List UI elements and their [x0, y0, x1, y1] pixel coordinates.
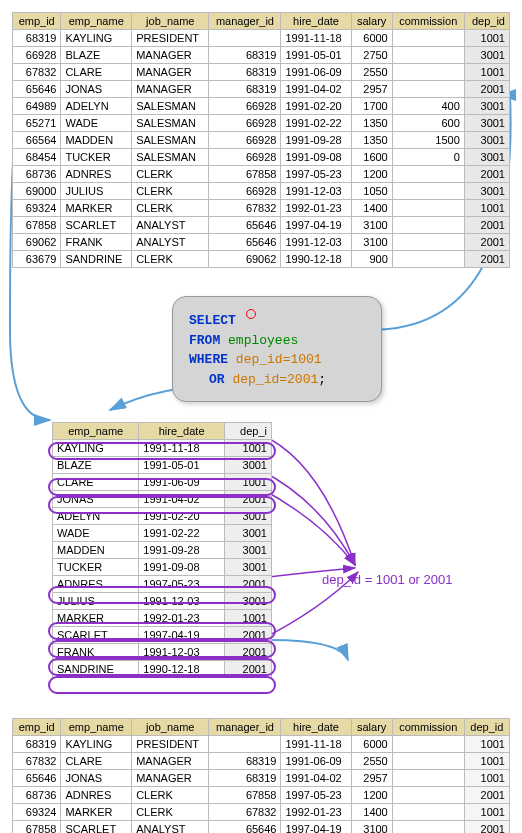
source-table: emp_idemp_namejob_namemanager_idhire_dat… — [12, 12, 510, 268]
table-row: SANDRINE1990-12-182001 — [53, 661, 272, 678]
col-commission: commission — [392, 719, 464, 736]
table-row: KAYLING1991-11-181001 — [53, 440, 272, 457]
table-row: 69324MARKERCLERK678321992-01-2314001001 — [13, 200, 510, 217]
table-row: 68319KAYLINGPRESIDENT1991-11-1860001001 — [13, 30, 510, 47]
col-manager_id: manager_id — [209, 719, 281, 736]
table-row: 67832CLAREMANAGER683191991-06-0925501001 — [13, 753, 510, 770]
table-row: 67858SCARLETANALYST656461997-04-19310020… — [13, 821, 510, 833]
table-row: 64989ADELYNSALESMAN669281991-02-20170040… — [13, 98, 510, 115]
sql-or: OR — [209, 372, 225, 387]
table-row: MADDEN1991-09-283001 — [53, 542, 272, 559]
table-row: ADELYN1991-02-203001 — [53, 508, 272, 525]
col-dep_i: dep_i — [224, 423, 271, 440]
col-dep_id: dep_id — [464, 13, 509, 30]
table-row: SCARLET1997-04-192001 — [53, 627, 272, 644]
table-row: 69000JULIUSCLERK669281991-12-0310503001 — [13, 183, 510, 200]
sql-from: FROM — [189, 333, 220, 348]
col-manager_id: manager_id — [209, 13, 281, 30]
table-row: CLARE1991-06-091001 — [53, 474, 272, 491]
sql-where: WHERE — [189, 352, 228, 367]
col-job_name: job_name — [132, 719, 209, 736]
table-row: 67832CLAREMANAGER683191991-06-0925501001 — [13, 64, 510, 81]
table-row: 63679SANDRINECLERK690621990-12-189002001 — [13, 251, 510, 268]
table-row: TUCKER1991-09-083001 — [53, 559, 272, 576]
table-row: JONAS1991-04-022001 — [53, 491, 272, 508]
sql-cond1: dep_id=1001 — [236, 352, 322, 367]
table-row: 66928BLAZEMANAGER683191991-05-0127503001 — [13, 47, 510, 64]
sql-table: employees — [228, 333, 298, 348]
col-job_name: job_name — [132, 13, 209, 30]
table-row: BLAZE1991-05-013001 — [53, 457, 272, 474]
col-emp_name: emp_name — [61, 13, 132, 30]
table-row: 68736ADNRESCLERK678581997-05-2312002001 — [13, 166, 510, 183]
table-row: MARKER1992-01-231001 — [53, 610, 272, 627]
table-row: 65646JONASMANAGER683191991-04-0229571001 — [13, 770, 510, 787]
table-row: 68319KAYLINGPRESIDENT1991-11-1860001001 — [13, 736, 510, 753]
sql-select: SELECT — [189, 313, 236, 328]
col-hire_date: hire_date — [281, 719, 351, 736]
table-row: 69062FRANKANALYST656461991-12-0331002001 — [13, 234, 510, 251]
table-row: WADE1991-02-223001 — [53, 525, 272, 542]
col-emp_name: emp_name — [53, 423, 139, 440]
sql-query-box: SELECT FROM employees WHERE dep_id=1001 … — [172, 296, 382, 402]
col-hire_date: hire_date — [281, 13, 351, 30]
col-emp_id: emp_id — [13, 719, 61, 736]
col-hire_date: hire_date — [139, 423, 225, 440]
table-row: FRANK1991-12-032001 — [53, 644, 272, 661]
col-commission: commission — [392, 13, 464, 30]
col-emp_id: emp_id — [13, 13, 61, 30]
col-dep_id: dep_id — [464, 719, 509, 736]
highlight-circle — [48, 676, 276, 694]
table-row: 68454TUCKERSALESMAN669281991-09-08160003… — [13, 149, 510, 166]
filtered-preview-wrap: emp_namehire_datedep_i KAYLING1991-11-18… — [12, 422, 510, 678]
filter-annotation: dep_id = 1001 or 2001 — [322, 572, 452, 587]
col-salary: salary — [351, 719, 392, 736]
table-row: 68736ADNRESCLERK678581997-05-2312002001 — [13, 787, 510, 804]
sql-semi: ; — [318, 372, 326, 387]
table-row: JULIUS1991-12-033001 — [53, 593, 272, 610]
result-table: emp_idemp_namejob_namemanager_idhire_dat… — [12, 718, 510, 833]
table-row: 65646JONASMANAGER683191991-04-0229572001 — [13, 81, 510, 98]
asterisk-icon — [246, 309, 256, 319]
sql-cond2: dep_id=2001 — [232, 372, 318, 387]
table-row: ADNRES1997-05-232001 — [53, 576, 272, 593]
table-row: 65271WADESALESMAN669281991-02-2213506003… — [13, 115, 510, 132]
col-emp_name: emp_name — [61, 719, 132, 736]
table-row: 69324MARKERCLERK678321992-01-2314001001 — [13, 804, 510, 821]
col-salary: salary — [351, 13, 392, 30]
filtered-preview-table: emp_namehire_datedep_i KAYLING1991-11-18… — [52, 422, 272, 678]
table-row: 66564MADDENSALESMAN669281991-09-28135015… — [13, 132, 510, 149]
table-row: 67858SCARLETANALYST656461997-04-19310020… — [13, 217, 510, 234]
